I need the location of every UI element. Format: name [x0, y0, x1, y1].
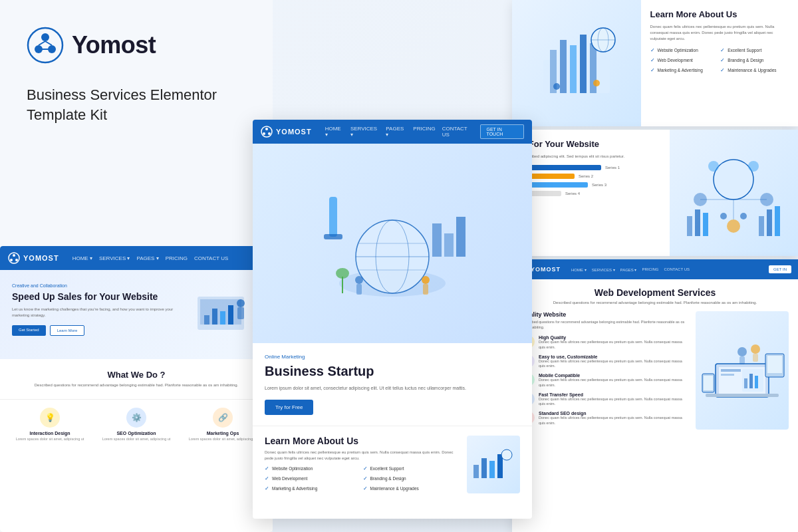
tr-card-2-text: s For Your Website Described adipiscing …: [512, 130, 670, 256]
left-feature-2: ⚙️ SEO Optimization Lorem spaces dolor s…: [93, 408, 180, 442]
left-hero-title: Speed Up Sales for Your Website: [12, 291, 174, 303]
left-preview-card: YOMOST HOME ▾ SERVICES ▾ PAGES ▾ PRICING…: [0, 246, 273, 532]
svg-point-90: [737, 347, 747, 356]
wd-body: Quality Website Described questions for …: [521, 311, 789, 430]
left-nav-brand: YOMOST: [23, 254, 59, 262]
center-list-1: ✓Website Optimization: [265, 466, 361, 471]
wd-feature-5-desc: Donec quam felis ultrices nec pellentesq…: [539, 416, 689, 426]
svg-rect-69: [703, 213, 708, 236]
left-preview-section: What We Do ? Described questions for rec…: [0, 359, 273, 399]
wd-feature-5-title: Standard SEO design: [539, 411, 689, 416]
wd-feature-4: ⚡ Fast Transfer Speed Donec quam felis u…: [521, 392, 689, 407]
wd-nav-cta[interactable]: GET IN: [769, 265, 791, 273]
left-preview-hero: Creative and Collaboration Speed Up Sale…: [0, 270, 273, 359]
feature-2-desc: Lorem spaces dolor sit amet, adipiscing …: [93, 437, 180, 442]
svg-rect-48: [570, 45, 577, 93]
svg-point-36: [422, 276, 430, 284]
tr-card-1-illustration: [512, 0, 641, 126]
center-hero-label: Online Marketing: [265, 354, 520, 360]
wd-left: Quality Website Described questions for …: [521, 311, 689, 430]
left-section-title: What We Do ?: [12, 370, 261, 380]
left-nav-links: HOME ▾ SERVICES ▾ PAGES ▾ PRICING CONTAC…: [72, 255, 229, 261]
svg-rect-31: [432, 223, 442, 257]
svg-rect-49: [580, 35, 587, 93]
svg-rect-16: [228, 305, 233, 325]
center-nav: YOMOST HOME ▾ SERVICES ▾ PAGES ▾ PRICING…: [253, 120, 532, 144]
svg-point-17: [237, 299, 245, 307]
left-hero-label: Creative and Collaboration: [12, 283, 174, 288]
product-title: Business Services Elementor Template Kit: [27, 85, 246, 124]
feature-2-label: SEO Optimization: [93, 431, 180, 436]
feature-1-desc: Lorem spaces dolor sit amet, adipiscing …: [7, 437, 93, 442]
center-list-4: ✓Branding & Design: [363, 475, 460, 481]
svg-point-1: [41, 33, 49, 41]
center-preview-card: YOMOST HOME ▾ SERVICES ▾ PAGES ▾ PRICING…: [253, 120, 532, 519]
brand-name: Yomost: [72, 31, 156, 59]
svg-rect-32: [444, 233, 454, 257]
wd-quality-title: Quality Website: [521, 311, 689, 318]
left-hero-desc: Let us know the marketing challenges tha…: [12, 307, 174, 319]
svg-rect-80: [721, 374, 734, 376]
svg-point-51: [553, 83, 560, 90]
left-hero-illustration: [181, 283, 261, 350]
svg-rect-87: [767, 356, 782, 373]
svg-rect-15: [220, 311, 225, 325]
tr-card-2-desc: Described adipiscing elit. Sed tempus el…: [521, 154, 660, 160]
svg-rect-14: [212, 309, 217, 325]
center-hero-illustration: [253, 144, 532, 343]
wd-feature-3-desc: Donec quam felis ultrices nec pellentesq…: [539, 378, 689, 388]
top-right-card-1: Learn More About Us Donec quam felis ult…: [512, 0, 798, 126]
svg-point-39: [336, 268, 349, 279]
wd-feature-1-desc: Donec quam felis ultrices nec pellentesq…: [539, 340, 689, 350]
feature-3-icon: 🔗: [213, 408, 233, 428]
left-hero-primary-btn[interactable]: Get Started: [12, 325, 46, 336]
left-hero-secondary-btn[interactable]: Learn More: [50, 325, 85, 336]
wd-nav-links: HOME ▾ SERVICES ▾ PAGES ▾ PRICING CONTAC…: [571, 267, 690, 272]
svg-line-5: [45, 41, 52, 45]
wd-feature-1: ★ High Quality Donec quam felis ultrices…: [521, 335, 689, 350]
svg-rect-79: [721, 369, 741, 372]
svg-rect-30: [324, 234, 342, 239]
feature-1-label: Interaction Design: [7, 431, 93, 436]
center-list-2: ✓Excellent Support: [363, 466, 460, 471]
svg-point-22: [268, 132, 271, 135]
svg-rect-41: [481, 458, 487, 478]
svg-rect-71: [767, 209, 772, 236]
wd-content: Web Development Services Described quest…: [512, 279, 798, 438]
wd-feature-3: 📱 Mobile Compatible Donec quam felis ult…: [521, 373, 689, 388]
svg-rect-91: [739, 356, 745, 364]
svg-point-65: [720, 213, 727, 219]
svg-point-0: [28, 28, 63, 63]
svg-point-61: [748, 161, 759, 172]
wd-feature-5: 🔍 Standard SEO design Donec quam felis u…: [521, 411, 689, 426]
svg-rect-47: [560, 40, 567, 93]
tr1-list-3: ✓Web Development: [650, 57, 719, 63]
center-list-3: ✓Web Development: [265, 475, 361, 481]
center-hero-cta[interactable]: Try for Free: [265, 400, 313, 415]
svg-rect-93: [753, 354, 758, 362]
svg-point-8: [13, 254, 15, 257]
wd-illustration: [696, 311, 789, 430]
center-hero-content: Online Marketing Business Startup Lorem …: [253, 343, 532, 426]
svg-point-44: [501, 450, 512, 460]
wd-feature-2-desc: Donec quam felis ultrices nec pellentesq…: [539, 359, 689, 369]
top-right-card-2: s For Your Website Described adipiscing …: [512, 130, 798, 256]
center-nav-logo: YOMOST: [261, 126, 312, 138]
wd-feature-3-title: Mobile Compatible: [539, 373, 689, 378]
svg-rect-18: [237, 307, 244, 319]
svg-rect-70: [759, 216, 764, 236]
tr1-list-6: ✓Maintenance & Upgrades: [720, 67, 789, 73]
tr-card-1-text: Learn More About Us Donec quam felis ult…: [641, 0, 799, 126]
svg-rect-37: [423, 284, 428, 295]
svg-rect-82: [744, 378, 747, 388]
left-section-desc: Described questions for recommend advant…: [12, 382, 261, 388]
tr-card-1-title: Learn More About Us: [650, 9, 789, 21]
svg-point-52: [593, 80, 600, 86]
wd-title: Web Development Services: [521, 287, 789, 298]
center-nav-cta[interactable]: GET IN TOUCH: [480, 124, 524, 139]
left-preview-nav: YOMOST HOME ▾ SERVICES ▾ PAGES ▾ PRICING…: [0, 246, 273, 270]
feature-2-icon: ⚙️: [126, 408, 146, 428]
svg-rect-33: [456, 217, 466, 257]
svg-rect-84: [755, 376, 758, 388]
left-preview-features: 💡 Interaction Design Lorem spaces dolor …: [0, 399, 273, 450]
